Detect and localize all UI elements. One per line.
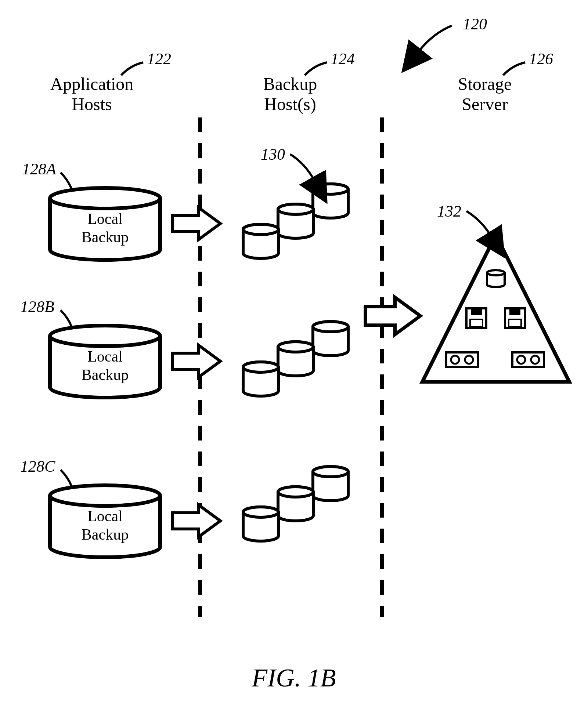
cluster-leader	[290, 154, 314, 180]
lb-c-leader	[61, 470, 72, 486]
column-headers: Application Hosts 122 Backup Host(s) 124…	[50, 50, 553, 114]
lb-a-ref: 128A	[22, 160, 57, 178]
overall-ref: 120	[463, 15, 487, 33]
cluster-b	[243, 322, 348, 396]
pyramid-ref: 132	[437, 202, 461, 220]
arrow-c	[173, 505, 220, 537]
col-app-line1: Application	[50, 74, 134, 94]
local-backup-a: Local Backup	[50, 188, 160, 260]
col-storage-line1: Storage	[458, 74, 512, 94]
arrow-a	[173, 207, 220, 240]
lb-b-ref: 128B	[20, 298, 54, 316]
col-app-leader	[121, 62, 143, 75]
lb-c-line2: Backup	[82, 526, 129, 543]
overall-ref-leader	[419, 26, 452, 51]
col-backup-ref: 124	[331, 50, 355, 68]
arrow-to-storage	[365, 297, 421, 334]
lb-c-line1: Local	[87, 508, 123, 525]
local-backup-c: Local Backup	[50, 485, 160, 557]
lb-b-leader	[61, 310, 72, 327]
lb-a-line1: Local	[87, 210, 123, 227]
col-storage-line2: Server	[462, 94, 508, 114]
col-backup-line2: Host(s)	[264, 94, 316, 114]
col-backup-line1: Backup	[263, 74, 317, 94]
col-app-line2: Hosts	[72, 94, 112, 114]
lb-c-ref: 128C	[20, 457, 55, 475]
cluster-ref: 130	[261, 145, 285, 163]
pyramid-leader	[466, 211, 490, 235]
col-backup-leader	[305, 62, 327, 75]
figure-caption: FIG. 1B	[251, 664, 336, 692]
lb-a-leader	[61, 173, 72, 189]
col-storage-leader	[503, 62, 525, 75]
col-app-ref: 122	[147, 50, 171, 68]
lb-b-line2: Backup	[82, 366, 129, 383]
lb-b-line1: Local	[87, 348, 123, 365]
arrow-b	[173, 345, 220, 377]
figure-1b: 120 Application Hosts 122 Backup Host(s)…	[0, 0, 588, 707]
lb-a-line2: Backup	[82, 229, 129, 246]
cluster-a	[243, 184, 348, 258]
col-storage-ref: 126	[529, 50, 553, 68]
cluster-c	[243, 467, 348, 541]
storage-pyramid	[422, 235, 569, 382]
local-backup-b: Local Backup	[50, 326, 160, 398]
